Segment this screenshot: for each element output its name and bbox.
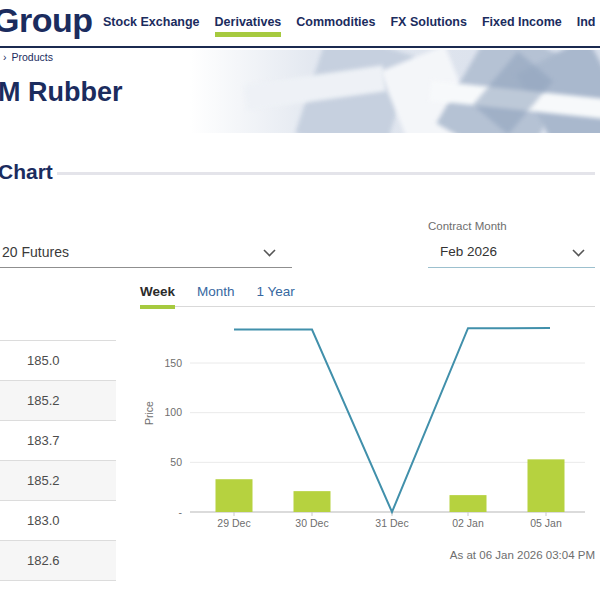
- chart-canvas: -5010015029 Dec30 Dec31 Dec02 Jan05 JanP…: [130, 308, 600, 553]
- brand-logo[interactable]: Group: [0, 1, 92, 40]
- as-at-timestamp: As at 06 Jan 2026 03:04 PM: [450, 549, 595, 561]
- contract-month-value: Feb 2026: [440, 244, 497, 259]
- price-table-cell: 185.0: [0, 341, 116, 381]
- price-chart[interactable]: -5010015029 Dec30 Dec31 Dec02 Jan05 JanP…: [130, 308, 600, 553]
- tab-1-year[interactable]: 1 Year: [257, 284, 295, 309]
- svg-text:150: 150: [164, 357, 182, 369]
- contract-month-label: Contract Month: [428, 220, 507, 232]
- nav-item-commodities[interactable]: Commodities: [296, 11, 375, 35]
- svg-text:31 Dec: 31 Dec: [375, 517, 408, 529]
- price-table-cell: 183.7: [0, 421, 116, 461]
- svg-text:100: 100: [164, 406, 182, 418]
- page: Group Stock ExchangeDerivativesCommoditi…: [0, 0, 600, 600]
- section-heading: Chart: [0, 160, 53, 184]
- tab-month[interactable]: Month: [197, 284, 235, 309]
- breadcrumb-chevron-icon: ›: [3, 51, 7, 63]
- price-table: 185.0185.2183.7185.2183.0182.6: [0, 340, 116, 581]
- price-table-cell: 185.2: [0, 461, 116, 501]
- price-table-cell: 185.2: [0, 381, 116, 421]
- nav-item-stock-exchange[interactable]: Stock Exchange: [103, 11, 200, 35]
- price-table-cell: 182.6: [0, 541, 116, 581]
- period-tabs: WeekMonth1 Year: [140, 284, 295, 309]
- breadcrumb[interactable]: › Products: [3, 51, 53, 63]
- nav-item-ind[interactable]: Ind: [577, 11, 596, 35]
- svg-text:-: -: [179, 506, 183, 518]
- nav-item-derivatives[interactable]: Derivatives: [215, 11, 282, 35]
- main-nav: Stock ExchangeDerivativesCommoditiesFX S…: [103, 0, 596, 46]
- svg-text:29 Dec: 29 Dec: [217, 517, 250, 529]
- top-nav-bar: Group Stock ExchangeDerivativesCommoditi…: [0, 0, 600, 48]
- nav-item-fx-solutions[interactable]: FX Solutions: [390, 11, 466, 35]
- nav-item-fixed-income[interactable]: Fixed Income: [482, 11, 562, 35]
- product-select[interactable]: 20 Futures: [0, 236, 292, 268]
- svg-text:02 Jan: 02 Jan: [452, 517, 484, 529]
- price-table-cell: 183.0: [0, 501, 116, 541]
- contract-month-select[interactable]: Feb 2026: [428, 236, 595, 268]
- svg-text:30 Dec: 30 Dec: [295, 517, 328, 529]
- svg-text:Price: Price: [143, 401, 155, 425]
- section-divider: [57, 172, 595, 175]
- svg-text:05 Jan: 05 Jan: [530, 517, 562, 529]
- tab-week[interactable]: Week: [140, 284, 175, 309]
- page-title: M Rubber: [0, 77, 123, 108]
- chevron-down-icon: [572, 249, 585, 257]
- svg-text:50: 50: [170, 456, 182, 468]
- hero-banner-image: [190, 50, 600, 133]
- chevron-down-icon: [263, 249, 276, 257]
- breadcrumb-label[interactable]: Products: [12, 51, 53, 63]
- product-select-value: 20 Futures: [2, 244, 69, 260]
